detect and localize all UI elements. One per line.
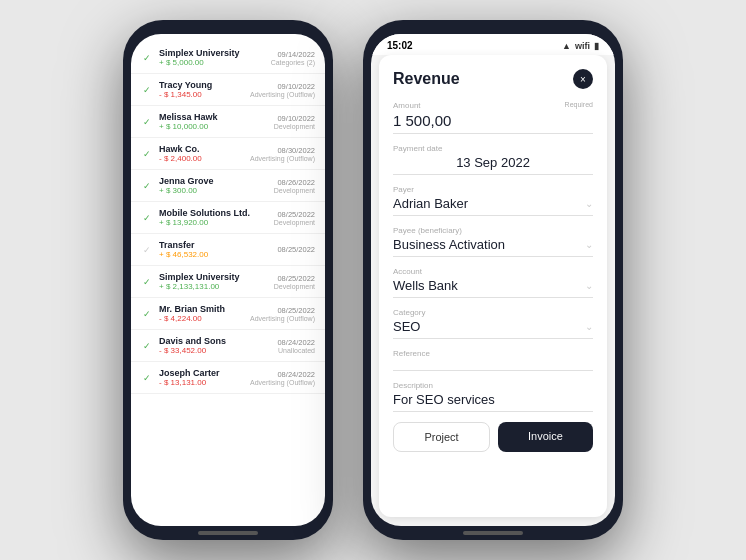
check-plain-icon: ✓ — [141, 245, 153, 255]
payment-date-label: Payment date — [393, 144, 593, 153]
reference-field[interactable]: Reference — [393, 349, 593, 371]
transaction-item[interactable]: ✓ Mobile Solutions Ltd. + $ 13,920.00 08… — [131, 202, 325, 234]
transaction-meta: 08/26/2022 Development — [274, 178, 315, 194]
transaction-name: Hawk Co. — [159, 144, 244, 154]
bottom-buttons: Project Invoice — [393, 422, 593, 456]
payment-date-field[interactable]: Payment date 13 Sep 2022 — [393, 144, 593, 175]
amount-value: 1 500,00 — [393, 112, 593, 129]
transaction-item[interactable]: ✓ Simplex University + $ 2,133,131.00 08… — [131, 266, 325, 298]
modal-title: Revenue — [393, 70, 460, 88]
left-phone: ✓ Simplex University + $ 5,000.00 09/14/… — [123, 20, 333, 540]
check-icon: ✓ — [141, 309, 153, 319]
transaction-info: Hawk Co. - $ 2,400.00 — [159, 144, 244, 163]
transaction-item[interactable]: ✓ Melissa Hawk + $ 10,000.00 09/10/2022 … — [131, 106, 325, 138]
transaction-name: Jenna Grove — [159, 176, 268, 186]
right-phone: 15:02 ▲ wifi ▮ Revenue × Amount Required — [363, 20, 623, 540]
transaction-meta: 09/10/2022 Advertising (Outflow) — [250, 82, 315, 98]
transaction-info: Jenna Grove + $ 300.00 — [159, 176, 268, 195]
home-indicator-right — [463, 531, 523, 535]
transaction-list: ✓ Simplex University + $ 5,000.00 09/14/… — [131, 34, 325, 526]
transaction-item[interactable]: ✓ Transfer + $ 46,532.00 08/25/2022 — [131, 234, 325, 266]
transaction-meta: 08/25/2022 — [277, 245, 315, 254]
payer-label: Payer — [393, 185, 593, 194]
payee-dropdown-icon: ⌄ — [585, 239, 593, 250]
account-row: Wells Bank ⌄ — [393, 278, 593, 293]
description-field[interactable]: Description For SEO services — [393, 381, 593, 412]
transaction-name: Simplex University — [159, 48, 265, 58]
check-icon: ✓ — [141, 149, 153, 159]
project-button[interactable]: Project — [393, 422, 490, 452]
transaction-info: Transfer + $ 46,532.00 — [159, 240, 271, 259]
account-dropdown-icon: ⌄ — [585, 280, 593, 291]
transaction-category: Categories (2) — [271, 59, 315, 66]
description-value: For SEO services — [393, 392, 593, 407]
account-label: Account — [393, 267, 593, 276]
transaction-item[interactable]: ✓ Hawk Co. - $ 2,400.00 08/30/2022 Adver… — [131, 138, 325, 170]
transaction-category: Development — [274, 219, 315, 226]
transaction-name: Mr. Brian Smith — [159, 304, 244, 314]
transaction-meta: 09/14/2022 Categories (2) — [271, 50, 315, 66]
payer-field[interactable]: Payer Adrian Baker ⌄ — [393, 185, 593, 216]
transaction-meta: 09/10/2022 Development — [274, 114, 315, 130]
amount-field[interactable]: Amount Required 1 500,00 — [393, 101, 593, 134]
transaction-date: 08/30/2022 — [250, 146, 315, 155]
check-icon: ✓ — [141, 53, 153, 63]
transaction-meta: 08/24/2022 Advertising (Outflow) — [250, 370, 315, 386]
category-row: SEO ⌄ — [393, 319, 593, 334]
left-phone-screen: ✓ Simplex University + $ 5,000.00 09/14/… — [131, 34, 325, 526]
transaction-item[interactable]: ✓ Mr. Brian Smith - $ 4,224.00 08/25/202… — [131, 298, 325, 330]
transaction-amount: + $ 2,133,131.00 — [159, 282, 268, 291]
transaction-category: Advertising (Outflow) — [250, 155, 315, 162]
transaction-date: 09/14/2022 — [271, 50, 315, 59]
transaction-amount: + $ 5,000.00 — [159, 58, 265, 67]
right-phone-screen: 15:02 ▲ wifi ▮ Revenue × Amount Required — [371, 34, 615, 526]
payee-value: Business Activation — [393, 237, 505, 252]
transaction-amount: - $ 4,224.00 — [159, 314, 244, 323]
battery-icon: ▮ — [594, 41, 599, 51]
transaction-item[interactable]: ✓ Davis and Sons - $ 33,452.00 08/24/202… — [131, 330, 325, 362]
transaction-date: 08/24/2022 — [250, 370, 315, 379]
amount-label: Amount Required — [393, 101, 593, 110]
close-button[interactable]: × — [573, 69, 593, 89]
transaction-meta: 08/30/2022 Advertising (Outflow) — [250, 146, 315, 162]
transaction-category: Development — [274, 123, 315, 130]
signal-icon: ▲ — [562, 41, 571, 51]
category-dropdown-icon: ⌄ — [585, 321, 593, 332]
transaction-name: Tracy Young — [159, 80, 244, 90]
transaction-meta: 08/25/2022 Development — [274, 274, 315, 290]
payment-date-value: 13 Sep 2022 — [393, 155, 593, 170]
transaction-category: Advertising (Outflow) — [250, 315, 315, 322]
check-icon: ✓ — [141, 85, 153, 95]
status-icons: ▲ wifi ▮ — [562, 41, 599, 51]
transaction-amount: - $ 33,452.00 — [159, 346, 271, 355]
transaction-item[interactable]: ✓ Jenna Grove + $ 300.00 08/26/2022 Deve… — [131, 170, 325, 202]
transaction-name: Joseph Carter — [159, 368, 244, 378]
payee-row: Business Activation ⌄ — [393, 237, 593, 252]
transaction-item[interactable]: ✓ Simplex University + $ 5,000.00 09/14/… — [131, 42, 325, 74]
invoice-button[interactable]: Invoice — [498, 422, 593, 452]
transaction-amount: + $ 10,000.00 — [159, 122, 268, 131]
transaction-item[interactable]: ✓ Tracy Young - $ 1,345.00 09/10/2022 Ad… — [131, 74, 325, 106]
transaction-meta: 08/24/2022 Unallocated — [277, 338, 315, 354]
account-field[interactable]: Account Wells Bank ⌄ — [393, 267, 593, 298]
transaction-amount: - $ 1,345.00 — [159, 90, 244, 99]
transaction-category: Development — [274, 187, 315, 194]
category-value: SEO — [393, 319, 420, 334]
description-label: Description — [393, 381, 593, 390]
transaction-info: Mobile Solutions Ltd. + $ 13,920.00 — [159, 208, 268, 227]
payee-field[interactable]: Payee (beneficiary) Business Activation … — [393, 226, 593, 257]
category-field[interactable]: Category SEO ⌄ — [393, 308, 593, 339]
status-bar: 15:02 ▲ wifi ▮ — [371, 34, 615, 55]
transaction-info: Simplex University + $ 2,133,131.00 — [159, 272, 268, 291]
transaction-info: Joseph Carter - $ 13,131.00 — [159, 368, 244, 387]
transaction-date: 08/24/2022 — [277, 338, 315, 347]
category-label: Category — [393, 308, 593, 317]
transaction-item[interactable]: ✓ Joseph Carter - $ 13,131.00 08/24/2022… — [131, 362, 325, 394]
transaction-meta: 08/25/2022 Development — [274, 210, 315, 226]
transaction-info: Mr. Brian Smith - $ 4,224.00 — [159, 304, 244, 323]
check-icon: ✓ — [141, 181, 153, 191]
transaction-meta: 08/25/2022 Advertising (Outflow) — [250, 306, 315, 322]
home-indicator — [198, 531, 258, 535]
wifi-icon: wifi — [575, 41, 590, 51]
check-icon: ✓ — [141, 117, 153, 127]
